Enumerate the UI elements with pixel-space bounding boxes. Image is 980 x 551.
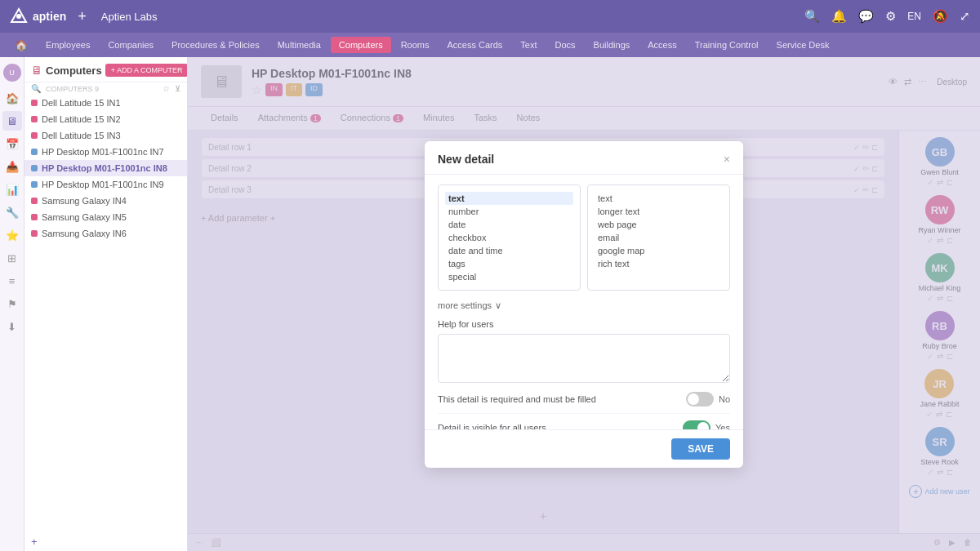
field-type-item[interactable]: web page — [595, 218, 723, 231]
list-item-label: Samsung Galaxy IN5 — [42, 212, 127, 222]
app-logo: aptien — [10, 7, 66, 25]
list-item[interactable]: Samsung Galaxy IN5 — [24, 209, 187, 225]
flag-nav-icon[interactable]: ⚑ — [2, 294, 22, 313]
list-item-color-dot — [31, 100, 38, 106]
count-label: COMPUTERS 9 — [46, 85, 99, 93]
list-panel-title: Computers — [46, 64, 102, 77]
sec-nav-item-multimedia[interactable]: Multimedia — [270, 37, 329, 53]
add-computer-button[interactable]: + ADD A COMPUTER — [105, 64, 188, 77]
toggle-switch[interactable] — [686, 392, 714, 407]
field-type-item[interactable]: date — [445, 218, 573, 231]
toggle-row-1: Detail is visible for all usersYes — [438, 414, 730, 429]
sec-nav-item-buildings[interactable]: Buildings — [586, 37, 639, 53]
new-detail-modal: New detail × textnumberdatecheckboxdate … — [425, 141, 743, 468]
list-items: Dell Latitude 15 IN1Dell Latitude 15 IN2… — [24, 95, 187, 532]
inbox-nav-icon[interactable]: 📥 — [2, 157, 22, 176]
modal-body: textnumberdatecheckboxdate and timetagss… — [425, 175, 743, 429]
sec-nav-item-docs[interactable]: Docs — [547, 37, 584, 53]
filter-icon[interactable]: ⊻ — [175, 84, 180, 93]
language-selector[interactable]: EN — [907, 11, 921, 22]
list-header: 🖥 Computers + ADD A COMPUTER — [24, 57, 187, 82]
modal-close-button[interactable]: × — [724, 153, 730, 166]
modal-footer: SAVE — [425, 429, 743, 468]
expand-icon[interactable]: ⤢ — [960, 9, 970, 24]
modal-header: New detail × — [425, 141, 743, 175]
toggle-label: This detail is required and must be fill… — [438, 394, 596, 404]
toggle-value-label: Yes — [715, 423, 730, 429]
field-type-item[interactable]: google map — [595, 244, 723, 257]
content-area: 🖥 HP Desktop M01-F1001nc IN8 ☆ INITID 👁 … — [188, 57, 980, 551]
toggle-right: Yes — [683, 420, 730, 429]
sec-nav-item-rooms[interactable]: Rooms — [393, 37, 438, 53]
add-button[interactable]: + — [78, 8, 87, 25]
sec-nav-item-computers[interactable]: Computers — [331, 37, 391, 53]
chat-icon[interactable]: 💬 — [858, 9, 874, 24]
toggle-switch[interactable] — [683, 420, 710, 429]
list-item-label: Dell Latitude 15 IN3 — [42, 131, 121, 140]
list-item[interactable]: Samsung Galaxy IN4 — [24, 193, 187, 209]
save-button[interactable]: SAVE — [671, 438, 730, 460]
field-type-item[interactable]: text — [445, 192, 573, 205]
sec-nav-item-text[interactable]: Text — [512, 37, 545, 53]
top-nav: aptien + Aptien Labs 🔍 🔔 💬 ⚙ EN 🔕 ⤢ — [0, 0, 980, 33]
list-item-color-dot — [31, 149, 38, 155]
chart-nav-icon[interactable]: 📊 — [2, 180, 22, 199]
list-nav-icon[interactable]: ≡ — [2, 271, 22, 291]
field-type-item[interactable]: checkbox — [445, 231, 573, 244]
secondary-nav: 🏠EmployeesCompaniesProcedures & Policies… — [0, 33, 980, 57]
search-icon[interactable]: 🔍 — [31, 84, 41, 93]
sec-nav-item-service_desk[interactable]: Service Desk — [768, 37, 838, 53]
list-item-color-dot — [31, 132, 38, 139]
list-panel: 🖥 Computers + ADD A COMPUTER 🔍 COMPUTERS… — [24, 57, 188, 551]
list-item[interactable]: Dell Latitude 15 IN3 — [24, 127, 187, 144]
download-nav-icon[interactable]: ⬇ — [2, 317, 22, 336]
sec-nav-item-employees[interactable]: Employees — [38, 37, 98, 53]
field-type-item[interactable]: longer text — [595, 205, 723, 218]
field-type-item[interactable]: special — [445, 270, 573, 283]
sec-nav-item-home[interactable]: 🏠 — [7, 36, 36, 55]
toggle-knob — [688, 393, 699, 405]
sec-nav-item-companies[interactable]: Companies — [100, 37, 162, 53]
calendar-nav-icon[interactable]: 📅 — [2, 134, 22, 153]
list-header-icon: 🖥 — [31, 64, 42, 77]
field-type-item[interactable]: email — [595, 231, 723, 244]
more-settings-label: more settings — [438, 300, 492, 310]
list-item[interactable]: HP Desktop M01-F1001nc IN7 — [24, 144, 187, 160]
field-type-item[interactable]: tags — [445, 257, 573, 270]
favorite-icon[interactable]: ☆ — [163, 84, 170, 93]
field-type-item[interactable]: rich text — [595, 257, 723, 270]
sec-nav-item-access[interactable]: Access — [639, 37, 684, 53]
list-item[interactable]: Dell Latitude 15 IN2 — [24, 111, 187, 127]
computers-nav-icon[interactable]: 🖥 — [2, 111, 22, 131]
star-nav-icon[interactable]: ⭐ — [2, 225, 22, 245]
list-item-label: Samsung Galaxy IN4 — [42, 196, 127, 206]
help-label: Help for users — [438, 319, 730, 329]
list-item[interactable]: Dell Latitude 15 IN1 — [24, 95, 187, 111]
list-item[interactable]: HP Desktop M01-F1001nc IN8 — [24, 160, 187, 176]
list-item-label: HP Desktop M01-F1001nc IN8 — [42, 163, 167, 173]
gear-icon[interactable]: ⚙ — [885, 9, 896, 24]
help-textarea[interactable] — [438, 334, 730, 383]
toggle-row-0: This detail is required and must be fill… — [438, 385, 730, 414]
search-icon[interactable]: 🔍 — [804, 9, 820, 24]
list-item[interactable]: HP Desktop M01-F1001nc IN9 — [24, 176, 187, 193]
user-avatar[interactable]: U — [3, 64, 21, 82]
svg-point-1 — [16, 14, 21, 19]
add-item-icon[interactable]: + — [24, 532, 187, 551]
home-nav-icon[interactable]: 🏠 — [2, 88, 22, 108]
main-layout: U 🏠 🖥 📅 📥 📊 🔧 ⭐ ⊞ ≡ ⚑ ⬇ 🖥 Computers + AD… — [0, 57, 980, 551]
sec-nav-item-training[interactable]: Training Control — [687, 37, 767, 53]
more-settings[interactable]: more settings ∨ — [438, 300, 730, 311]
grid-nav-icon[interactable]: ⊞ — [2, 248, 22, 268]
list-item[interactable]: Samsung Galaxy IN6 — [24, 225, 187, 242]
bell-icon[interactable]: 🔔 — [831, 9, 847, 24]
sec-nav-item-access_cards[interactable]: Access Cards — [439, 37, 511, 53]
sec-nav-item-procedures[interactable]: Procedures & Policies — [163, 37, 268, 53]
list-item-color-dot — [31, 165, 38, 171]
notifications-icon[interactable]: 🔕 — [933, 9, 948, 24]
field-type-item[interactable]: number — [445, 205, 573, 218]
list-item-color-dot — [31, 198, 38, 204]
field-type-item[interactable]: date and time — [445, 244, 573, 257]
tool-nav-icon[interactable]: 🔧 — [2, 202, 22, 222]
field-type-item[interactable]: text — [595, 192, 723, 205]
